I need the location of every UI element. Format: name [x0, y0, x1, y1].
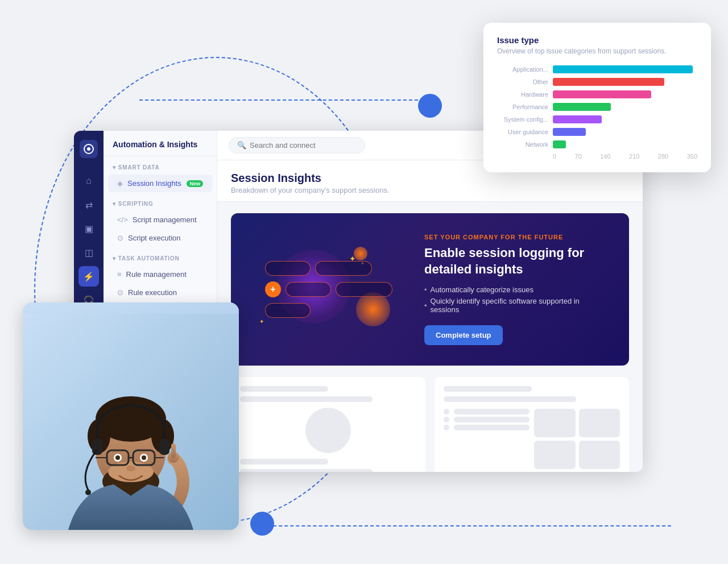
flow-shape-2	[315, 261, 372, 276]
chart-bar-label: Application...	[497, 66, 548, 73]
flow-row-1	[265, 261, 396, 276]
chart-title: Issue type	[497, 35, 697, 45]
bar-track	[553, 115, 697, 123]
axis-label: 210	[629, 153, 639, 160]
axis-label: 350	[687, 153, 697, 160]
axis-label: 70	[575, 153, 582, 160]
plus-button[interactable]: +	[265, 281, 281, 297]
left-nav-header: Automation & Insights	[104, 131, 217, 156]
arrows-icon[interactable]: ⇄	[78, 194, 99, 215]
axis-label: 280	[658, 153, 668, 160]
nav-item-icon: ⊙	[117, 288, 123, 297]
chart-bar-label: Hardware	[497, 91, 548, 98]
blue-dot-connector-bottom	[250, 512, 274, 536]
skeleton-bar	[444, 396, 576, 402]
dashed-line-bottom	[262, 525, 671, 526]
nav-item-label: Script management	[133, 215, 197, 224]
skeleton-card-2	[435, 377, 629, 472]
bar-track	[553, 65, 697, 73]
skeleton-bar	[240, 396, 373, 402]
svg-rect-19	[92, 439, 102, 455]
nav-item-rule-execution[interactable]: ⊙Rule execution	[108, 284, 212, 301]
svg-point-25	[87, 147, 90, 151]
bar-fill	[553, 90, 651, 98]
nav-item-script-execution[interactable]: ⊙Script execution	[108, 229, 212, 247]
nav-item-icon: ≡	[117, 270, 122, 279]
bar-fill	[553, 103, 611, 111]
skeleton-bar	[240, 459, 328, 465]
chart-axis: 070140210280350	[497, 153, 697, 160]
chart-row: Other	[497, 78, 697, 86]
chart-subtitle: Overview of top issue categories from su…	[497, 47, 697, 55]
flow-row-2: +	[265, 281, 396, 297]
nav-item-label: Rule execution	[128, 288, 177, 297]
nav-item-icon: </>	[117, 215, 128, 224]
hero-bullet-item: Quickly identify specific software suppo…	[424, 297, 606, 314]
nav-badge: New	[187, 180, 203, 187]
search-input[interactable]	[250, 141, 357, 150]
person-illustration	[23, 314, 239, 530]
axis-label: 140	[600, 153, 610, 160]
chart-bar-label: User guidance	[497, 128, 548, 135]
hero-label: SET YOUR COMPANY FOR THE FUTURE	[424, 234, 606, 240]
app-logo[interactable]	[80, 140, 98, 158]
chart-bars: Application...OtherHardwarePerformanceSy…	[497, 65, 697, 148]
skeleton-circle	[305, 408, 351, 453]
nav-item-rule-management[interactable]: ≡Rule management	[108, 266, 212, 283]
star-decoration-3: ✦	[259, 318, 264, 325]
flow-shape-1	[265, 261, 311, 276]
svg-point-17	[142, 455, 146, 460]
bar-fill	[553, 140, 566, 148]
axis-label: 0	[553, 153, 556, 160]
nav-section-label: SCRIPTING	[104, 193, 217, 210]
nav-item-script-management[interactable]: </>Script management	[108, 211, 212, 229]
hero-heading: Enable session logging for detailed insi…	[424, 245, 606, 277]
chart-row: Network	[497, 140, 697, 148]
bar-fill	[553, 128, 586, 136]
bar-track	[553, 78, 697, 86]
hero-bullet-item: Automatically categorize issues	[424, 285, 606, 294]
chart-row: Application...	[497, 65, 697, 73]
page-title: Session Insights	[231, 172, 629, 185]
bar-fill	[553, 115, 602, 123]
nav-item-label: Script execution	[128, 234, 181, 242]
flow-shape-4	[336, 282, 392, 297]
bar-track	[553, 140, 697, 148]
hero-graphic: ✦ ✦ ✦ +	[254, 244, 402, 335]
content-body: ✦ ✦ ✦ +	[217, 202, 643, 472]
nav-section-label: SMART DATA	[104, 156, 217, 174]
svg-rect-20	[159, 439, 169, 455]
bar-track	[553, 128, 697, 136]
person-photo	[23, 302, 239, 530]
chart-row: System config...	[497, 115, 697, 123]
layers-icon[interactable]: ◫	[78, 242, 99, 263]
complete-setup-button[interactable]: Complete setup	[424, 325, 503, 345]
nav-item-session-insights[interactable]: ◈Session InsightsNew	[108, 175, 212, 192]
skeleton-bar	[240, 469, 373, 472]
flow-shape-3	[286, 282, 331, 297]
bar-fill	[553, 78, 664, 86]
skeleton-bar	[240, 386, 328, 392]
hero-banner: ✦ ✦ ✦ +	[231, 213, 629, 366]
home-icon[interactable]: ⌂	[78, 171, 99, 191]
dashed-line-top	[139, 99, 418, 101]
bar-track	[553, 90, 697, 98]
page-subtitle: Breakdown of your company's support sess…	[231, 186, 629, 194]
skeleton-bar	[444, 386, 532, 392]
main-content: 🔍 Session Insights Breakdown of your com…	[217, 131, 643, 472]
nav-section-label: TASK AUTOMATION	[104, 247, 217, 265]
nav-item-icon: ◈	[117, 179, 123, 188]
svg-rect-23	[171, 443, 176, 458]
monitor-icon[interactable]: ▣	[78, 218, 99, 239]
flow-shapes: +	[265, 261, 396, 324]
bar-track	[553, 103, 697, 111]
automation-icon[interactable]: ⚡	[78, 266, 99, 287]
flow-row-3	[265, 303, 396, 318]
nav-item-label: Rule management	[126, 270, 187, 279]
svg-point-21	[85, 490, 91, 495]
svg-point-18	[126, 466, 135, 471]
hero-text: SET YOUR COMPANY FOR THE FUTURE Enable s…	[424, 234, 606, 345]
flow-shape-5	[265, 303, 311, 318]
search-bar[interactable]: 🔍	[229, 137, 365, 154]
blue-dot-connector-top	[418, 94, 442, 118]
